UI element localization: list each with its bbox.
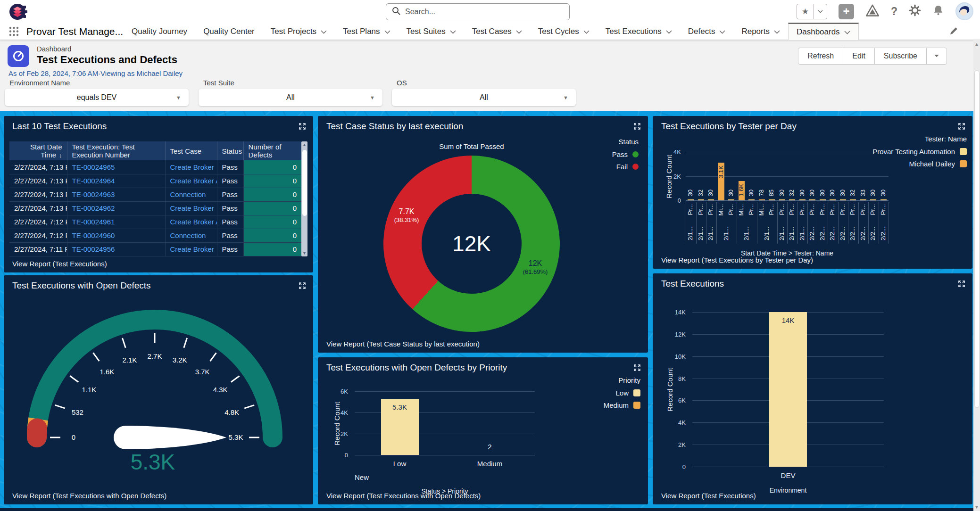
- execution-number-link[interactable]: TE-00024960: [72, 231, 115, 239]
- tester-tick-label: Pr...: [707, 204, 714, 215]
- column-header[interactable]: Number of Defects: [243, 141, 301, 160]
- test-case-cell: Connection: [165, 229, 217, 242]
- app-launcher-icon[interactable]: [8, 26, 19, 39]
- expand-icon[interactable]: [633, 363, 641, 374]
- favorites-control[interactable]: ★: [797, 4, 827, 19]
- search-input[interactable]: [405, 8, 564, 16]
- edit-nav-pencil-icon[interactable]: [949, 26, 958, 38]
- tester-tick-label: Pr...: [880, 204, 886, 215]
- status-cell: Pass: [217, 201, 243, 215]
- tester-tick-label: Pr...: [849, 204, 855, 215]
- column-header[interactable]: Test Execution: Test Execution Number: [67, 141, 165, 160]
- date-tick-label: 2/2...: [839, 227, 846, 240]
- view-report-link[interactable]: View Report (Test Executions): [12, 260, 107, 268]
- refresh-button[interactable]: Refresh: [798, 48, 843, 64]
- tab-defects[interactable]: Defects: [680, 23, 734, 40]
- execution-number-link[interactable]: TE-00024965: [72, 163, 115, 171]
- favorite-star-icon[interactable]: ★: [797, 4, 814, 19]
- global-search[interactable]: [386, 3, 570, 20]
- tab-test-plans[interactable]: Test Plans: [335, 23, 398, 40]
- chart-title: Sum of Total Passed: [401, 142, 542, 150]
- notifications-bell-icon[interactable]: [932, 4, 944, 18]
- test-case-link[interactable]: Connection: [170, 231, 206, 239]
- execution-number-link[interactable]: TE-00024963: [72, 190, 115, 198]
- status-cell: Pass: [217, 160, 243, 174]
- tab-reports[interactable]: Reports: [733, 23, 788, 40]
- expand-icon[interactable]: [633, 122, 641, 132]
- scrollbar-thumb[interactable]: [974, 70, 980, 408]
- bar-value-label: 32: [789, 190, 795, 196]
- execution-number-link[interactable]: TE-00024962: [72, 204, 115, 212]
- element: [737, 202, 737, 244]
- expand-icon[interactable]: [957, 280, 966, 290]
- execution-number-cell: TE-00024961: [67, 215, 165, 229]
- tab-label: Test Plans: [343, 27, 380, 36]
- element: [355, 455, 535, 455]
- filter-dropdown-3[interactable]: All▼: [392, 89, 576, 106]
- start-date-cell: 2/27/2024, 7:13 PM: [9, 160, 67, 174]
- test-case-link[interactable]: Create Broker API: [170, 177, 217, 185]
- trailhead-icon[interactable]: [865, 4, 880, 19]
- tester-bar: [850, 199, 856, 201]
- tab-test-executions[interactable]: Test Executions: [598, 23, 680, 40]
- legend-item-medium: Medium: [604, 401, 640, 409]
- view-report-link[interactable]: View Report (Test Executions): [661, 492, 756, 500]
- view-report-link[interactable]: View Report (Test Executions with Open D…: [12, 492, 166, 500]
- svg-text:5.3K: 5.3K: [229, 433, 243, 441]
- tester-bar: [799, 199, 806, 201]
- scrollbar-thumb[interactable]: [302, 150, 307, 216]
- page-scrollbar[interactable]: ▲ ▼: [973, 40, 980, 511]
- tab-test-suites[interactable]: Test Suites: [399, 23, 464, 40]
- test-case-link[interactable]: Create Broker: [170, 204, 214, 212]
- view-report-link[interactable]: View Report (Test Executions with Open D…: [326, 492, 481, 500]
- start-date-cell: 2/27/2024, 7:13 PM: [9, 201, 67, 215]
- subscribe-button[interactable]: Subscribe: [874, 48, 926, 64]
- scroll-up-icon[interactable]: ▲: [973, 41, 980, 47]
- tab-quality-journey[interactable]: Quality Journey: [124, 23, 195, 40]
- date-tick-label: 2/2...: [809, 227, 815, 240]
- edit-button[interactable]: Edit: [843, 48, 874, 64]
- setup-gear-icon[interactable]: [909, 4, 921, 18]
- expand-icon[interactable]: [298, 281, 307, 292]
- filter-dropdown-1[interactable]: equals DEV▼: [5, 89, 189, 106]
- test-case-link[interactable]: Connection: [170, 190, 206, 198]
- scroll-down-icon[interactable]: ▼: [301, 251, 307, 256]
- column-header[interactable]: Status: [217, 141, 243, 160]
- gauge-needle: [114, 426, 226, 449]
- test-case-link[interactable]: Create Broker: [170, 163, 214, 171]
- view-report-link[interactable]: View Report (Test Case Status by last ex…: [326, 340, 480, 348]
- tab-test-projects[interactable]: Test Projects: [263, 23, 335, 40]
- filter-dropdown-2[interactable]: All▼: [199, 89, 382, 106]
- tab-test-cycles[interactable]: Test Cycles: [530, 23, 598, 40]
- test-case-cell: Create Broker API: [165, 215, 217, 229]
- tester-legend: Tester: Name Provar Testing AutomationMi…: [872, 135, 967, 172]
- y-axis-label: Record Count: [665, 139, 673, 214]
- test-case-link[interactable]: Create Broker: [170, 245, 214, 253]
- app-name: Provar Test Manage...: [26, 23, 123, 40]
- scroll-down-icon[interactable]: ▼: [973, 504, 980, 510]
- tab-dashboards[interactable]: Dashboards: [788, 23, 859, 40]
- more-actions-button[interactable]: [926, 48, 947, 64]
- tab-test-cases[interactable]: Test Cases: [464, 23, 530, 40]
- scroll-up-icon[interactable]: ▲: [301, 142, 307, 147]
- expand-icon[interactable]: [298, 122, 307, 132]
- tester-bar: [698, 199, 704, 201]
- test-case-link[interactable]: Create Broker API: [170, 218, 217, 226]
- execution-number-link[interactable]: TE-00024964: [72, 177, 115, 185]
- tester-tick-label: Pr...: [809, 204, 815, 215]
- column-header[interactable]: Test Case: [165, 141, 217, 160]
- tab-quality-center[interactable]: Quality Center: [195, 23, 263, 40]
- y-tick: 12K: [663, 331, 686, 338]
- filter-label-3: OS: [397, 79, 407, 87]
- execution-number-link[interactable]: TE-00024956: [72, 245, 115, 253]
- favorites-dropdown-icon[interactable]: [814, 4, 827, 19]
- expand-icon[interactable]: [957, 122, 966, 132]
- user-avatar[interactable]: [955, 2, 973, 20]
- help-icon[interactable]: ?: [891, 5, 897, 18]
- quick-create-button[interactable]: +: [839, 4, 854, 19]
- panel-title: Test Executions with Open Defects: [12, 280, 151, 291]
- table-scrollbar[interactable]: ▲ ▼: [301, 141, 307, 256]
- execution-number-link[interactable]: TE-00024961: [72, 218, 115, 226]
- view-report-link[interactable]: View Report (Test Executions by Tester p…: [661, 256, 813, 264]
- column-header[interactable]: Start Date Time: [9, 141, 67, 160]
